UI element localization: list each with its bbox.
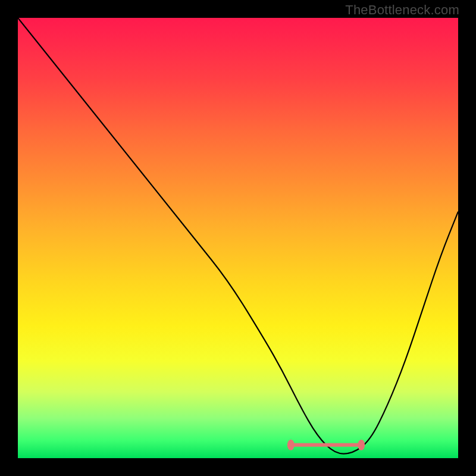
optimal-range-marker-left <box>287 440 295 450</box>
chart-frame: TheBottleneck.com <box>0 0 476 476</box>
bottleneck-curve <box>18 18 458 454</box>
watermark-text: TheBottleneck.com <box>345 2 459 18</box>
curve-svg <box>18 18 458 458</box>
optimal-range-marker-right <box>358 440 365 450</box>
plot-area <box>18 18 458 458</box>
